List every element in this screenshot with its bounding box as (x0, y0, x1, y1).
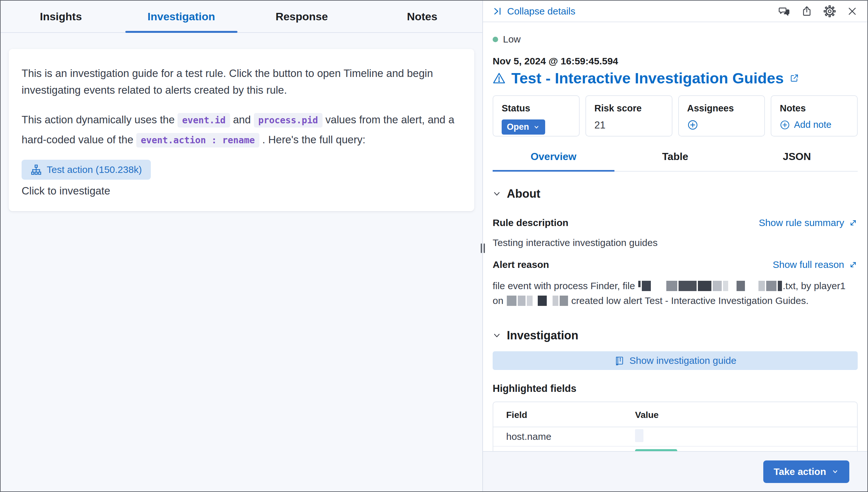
about-section-toggle[interactable]: About (493, 187, 858, 201)
investigation-section-toggle[interactable]: Investigation (493, 329, 858, 342)
test-action-button[interactable]: Test action (150.238k) (22, 160, 151, 180)
guide-text-run: . Here's the full query: (259, 133, 366, 146)
take-action-label: Take action (774, 466, 826, 477)
highlighted-fields-heading: Highlighted fields (493, 383, 858, 394)
risk-score-value: 21 (594, 120, 605, 131)
panel-resize-handle[interactable] (479, 243, 486, 254)
alert-title-link[interactable]: Test - Interactive Investigation Guides (511, 69, 783, 87)
about-heading: About (507, 187, 540, 201)
redacted-text (527, 296, 533, 306)
expand-diagonal-icon (849, 260, 858, 269)
show-investigation-guide-label: Show investigation guide (630, 355, 736, 366)
redacted-text (746, 281, 757, 291)
investigation-guide-card: This is an investigation guide for a tes… (9, 49, 474, 211)
redacted-text (729, 281, 735, 291)
alert-flyout-screen: Insights Investigation Response Notes Th… (0, 0, 868, 492)
redacted-text (698, 281, 711, 291)
redacted-text (553, 296, 558, 306)
test-action-label: Test action (150.238k) (47, 164, 142, 175)
tab-notes[interactable]: Notes (362, 1, 482, 32)
add-note-button[interactable]: Add note (780, 120, 831, 130)
redacted-text (518, 296, 525, 306)
show-full-reason-label: Show full reason (773, 259, 844, 270)
details-scroll-area: Low Nov 5, 2024 @ 16:59:45.594 Test - In… (483, 22, 867, 452)
status-value: Open (507, 122, 529, 132)
details-tab-bar: Overview Table JSON (493, 151, 858, 172)
reason-text-run: file event with process Finder, file (493, 280, 638, 291)
investigation-heading: Investigation (507, 329, 578, 342)
summary-cards-row: Status Open Risk score 21 Assignees (493, 95, 858, 137)
show-investigation-guide-button[interactable]: Show investigation guide (493, 351, 858, 370)
details-toolbar (778, 5, 858, 17)
tab-json[interactable]: JSON (736, 151, 858, 171)
guide-text-run: This action dynamically uses the (22, 114, 178, 126)
redacted-text (652, 281, 665, 291)
show-rule-summary-link[interactable]: Show rule summary (759, 217, 858, 228)
add-note-label: Add note (794, 120, 831, 130)
assignees-card: Assignees (678, 95, 765, 137)
code-process-pid: process.pid (254, 113, 323, 127)
severity-low-dot-icon (493, 37, 498, 42)
redacted-text (548, 296, 551, 306)
open-alert-popout-icon[interactable] (790, 73, 799, 83)
alert-timestamp: Nov 5, 2024 @ 16:59:45.594 (493, 56, 858, 67)
chevron-down-icon (831, 468, 839, 475)
collapse-details-label: Collapse details (507, 6, 576, 17)
redacted-text (666, 281, 677, 291)
share-icon[interactable] (801, 5, 813, 17)
redacted-text (638, 281, 640, 287)
redacted-text (507, 296, 516, 306)
details-footer-bar: Take action (483, 451, 867, 491)
redacted-text (534, 296, 537, 306)
notes-card: Notes Add note (771, 95, 858, 137)
collapse-details-button[interactable]: Collapse details (493, 6, 576, 17)
redacted-text (679, 281, 697, 291)
show-full-reason-link[interactable]: Show full reason (773, 259, 858, 270)
alert-title-row: Test - Interactive Investigation Guides (493, 69, 858, 87)
tab-response[interactable]: Response (242, 1, 362, 32)
timeline-flowchart-icon (31, 164, 42, 175)
redacted-text (778, 281, 782, 291)
book-icon (614, 355, 625, 366)
field-host-name: host.name (506, 431, 635, 442)
alert-reason-label: Alert reason (493, 259, 549, 270)
expand-diagonal-icon (849, 218, 858, 227)
status-open-badge[interactable]: Open (502, 120, 545, 134)
table-row[interactable]: host.name (493, 427, 857, 447)
reason-text-run: created low alert Test - Interactive Inv… (569, 295, 809, 306)
redacted-text (723, 281, 728, 291)
status-card: Status Open (493, 95, 580, 137)
guide-paragraph-1: This is an investigation guide for a tes… (22, 65, 461, 99)
column-header-field: Field (506, 410, 635, 420)
comments-icon[interactable] (778, 5, 790, 17)
gear-icon[interactable] (824, 5, 836, 17)
notes-label: Notes (780, 103, 849, 114)
close-icon[interactable] (847, 6, 858, 17)
chevron-down-icon (493, 190, 501, 198)
tab-insights[interactable]: Insights (1, 1, 121, 32)
redacted-text (560, 296, 568, 306)
click-to-investigate-caption: Click to investigate (22, 185, 461, 197)
take-action-button[interactable]: Take action (763, 461, 849, 483)
alert-details-panel: Collapse details (483, 1, 867, 491)
show-rule-summary-label: Show rule summary (759, 217, 844, 228)
left-tab-bar: Insights Investigation Response Notes (1, 1, 482, 33)
highlighted-fields-table: Field Value host.name agent.status Healt… (493, 401, 858, 452)
column-header-value: Value (635, 410, 844, 420)
warning-triangle-icon (493, 72, 506, 85)
code-event-action-rename: event.action : rename (136, 133, 259, 147)
rule-description-text: Testing interactive investigation guides (493, 237, 858, 248)
tab-investigation[interactable]: Investigation (121, 1, 242, 32)
add-assignee-icon[interactable] (687, 120, 698, 130)
risk-score-card: Risk score 21 (585, 95, 673, 137)
tab-table[interactable]: Table (614, 151, 736, 171)
redacted-text (713, 281, 722, 291)
risk-score-label: Risk score (594, 103, 663, 114)
collapse-arrow-icon (493, 6, 502, 16)
status-label: Status (502, 103, 571, 114)
tab-overview[interactable]: Overview (493, 151, 614, 171)
redacted-text (736, 281, 745, 291)
alert-reason-text: file event with process Finder, file .tx… (493, 278, 858, 308)
plus-circle-icon (780, 120, 790, 130)
redacted-text (538, 296, 547, 306)
